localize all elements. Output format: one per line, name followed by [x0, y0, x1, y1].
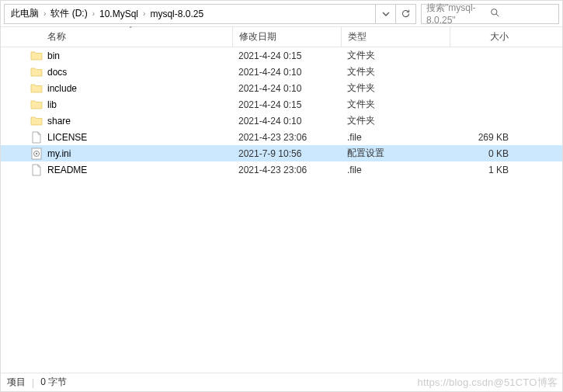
select-all-checkbox[interactable]	[15, 32, 29, 42]
search-icon[interactable]	[490, 8, 554, 20]
file-row[interactable]: include2021-4-24 0:10文件夹	[1, 80, 562, 96]
file-type: 文件夹	[341, 98, 450, 111]
status-selection: 0 字节	[40, 376, 67, 389]
file-icon	[30, 164, 43, 176]
file-date: 2021-4-24 0:15	[232, 99, 341, 110]
svg-point-4	[36, 152, 37, 154]
status-bar: 项目 | 0 字节	[1, 373, 562, 391]
file-row[interactable]: share2021-4-24 0:10文件夹	[1, 113, 562, 129]
chevron-right-icon[interactable]: ›	[141, 9, 147, 18]
column-header-type[interactable]: 类型	[341, 27, 450, 47]
file-name: README	[47, 165, 87, 175]
search-placeholder: 搜索"mysql-8.0.25"	[426, 2, 490, 26]
file-row[interactable]: bin2021-4-24 0:15文件夹	[1, 47, 562, 64]
file-name: bin	[47, 50, 60, 61]
svg-line-1	[496, 14, 499, 16]
chevron-right-icon[interactable]: ›	[42, 9, 47, 18]
file-size: 0 KB	[450, 148, 527, 159]
sort-asc-icon: ˄	[129, 26, 133, 33]
column-header-name[interactable]: ˄ 名称	[29, 27, 232, 47]
file-name: share	[47, 116, 71, 127]
file-date: 2021-4-24 0:10	[232, 67, 341, 78]
file-name: my.ini	[47, 148, 71, 159]
file-date: 2021-4-24 0:10	[232, 83, 341, 94]
folder-icon	[30, 115, 43, 127]
file-type: 文件夹	[341, 114, 450, 127]
file-type: 配置设置	[341, 147, 450, 160]
file-list: bin2021-4-24 0:15文件夹docs2021-4-24 0:10文件…	[1, 47, 562, 178]
folder-icon	[30, 66, 43, 78]
breadcrumb-item[interactable]: 此电脑	[8, 5, 42, 22]
file-type: .file	[341, 165, 450, 175]
file-row[interactable]: my.ini2021-7-9 10:56配置设置0 KB	[1, 145, 562, 161]
file-row[interactable]: LICENSE2021-4-23 23:06.file269 KB	[1, 129, 562, 145]
file-date: 2021-4-23 23:06	[232, 165, 341, 175]
address-bar: 此电脑 › 软件 (D:) › 10.MySql › mysql-8.0.25 …	[1, 1, 562, 27]
folder-icon	[30, 82, 43, 95]
search-input[interactable]: 搜索"mysql-8.0.25"	[421, 4, 559, 24]
column-header-date[interactable]: 修改日期	[232, 27, 341, 47]
breadcrumb[interactable]: 此电脑 › 软件 (D:) › 10.MySql › mysql-8.0.25	[4, 4, 376, 24]
breadcrumb-item[interactable]: 10.MySql	[96, 7, 141, 21]
refresh-button[interactable]	[396, 4, 416, 24]
file-date: 2021-4-23 23:06	[232, 132, 341, 143]
svg-point-0	[492, 9, 497, 14]
file-name: include	[47, 83, 77, 94]
file-row[interactable]: docs2021-4-24 0:10文件夹	[1, 64, 562, 80]
file-type: .file	[341, 132, 450, 143]
file-size: 269 KB	[450, 132, 527, 143]
file-name: lib	[47, 99, 57, 110]
file-icon	[30, 131, 43, 144]
file-row[interactable]: README2021-4-23 23:06.file1 KB	[1, 161, 562, 178]
file-type: 文件夹	[341, 49, 450, 62]
status-items: 项目	[7, 376, 26, 389]
file-type: 文件夹	[341, 82, 450, 95]
file-name: LICENSE	[47, 132, 87, 143]
history-dropdown-button[interactable]	[376, 4, 396, 24]
file-date: 2021-7-9 10:56	[232, 148, 341, 159]
breadcrumb-item[interactable]: 软件 (D:)	[47, 5, 90, 22]
chevron-right-icon[interactable]: ›	[91, 9, 96, 18]
file-date: 2021-4-24 0:15	[232, 50, 341, 61]
file-type: 文件夹	[341, 65, 450, 78]
file-name: docs	[47, 67, 67, 78]
file-size: 1 KB	[450, 165, 527, 175]
folder-icon	[30, 50, 43, 62]
file-date: 2021-4-24 0:10	[232, 116, 341, 127]
file-row[interactable]: lib2021-4-24 0:15文件夹	[1, 96, 562, 113]
folder-icon	[30, 99, 43, 111]
column-header-size[interactable]: 大小	[450, 27, 527, 47]
ini-file-icon	[30, 147, 43, 160]
column-headers: ˄ 名称 修改日期 类型 大小	[1, 27, 562, 47]
breadcrumb-item[interactable]: mysql-8.0.25	[147, 7, 207, 21]
